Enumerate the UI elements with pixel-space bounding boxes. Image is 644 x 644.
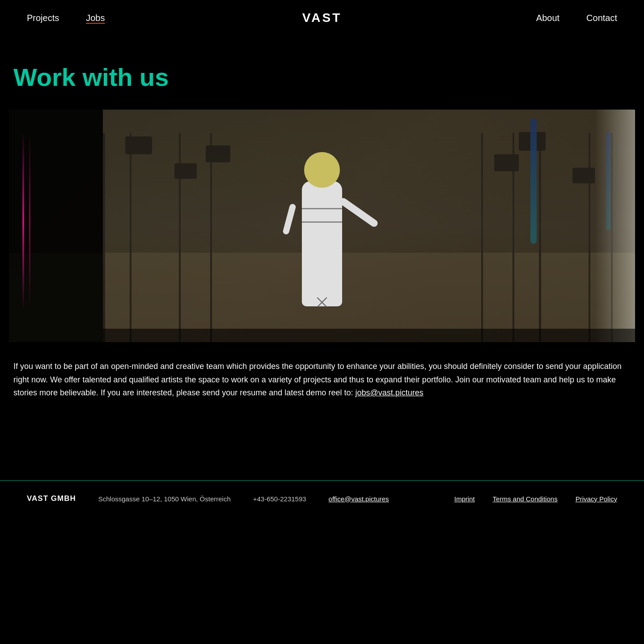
site-footer: VAST GMBH Schlossgasse 10–12, 1050 Wien,… [0, 480, 644, 517]
email-link[interactable]: jobs@vast.pictures [355, 388, 423, 397]
footer-phone: +43-650-2231593 [253, 495, 306, 503]
studio-image [9, 110, 635, 342]
nav-projects[interactable]: Projects [27, 13, 59, 23]
page-title: Work with us [9, 63, 635, 92]
right-nav: About Contact [536, 13, 617, 23]
main-content: Work with us [0, 63, 644, 400]
footer-email-link[interactable]: office@vast.pictures [329, 495, 389, 503]
left-nav: Projects Jobs [27, 13, 105, 23]
page-description: If you want to be part of an open-minded… [9, 360, 635, 400]
footer-terms-link[interactable]: Terms and Conditions [493, 495, 558, 503]
nav-about[interactable]: About [536, 13, 559, 23]
footer-address: Schlossgasse 10–12, 1050 Wien, Österreic… [98, 495, 231, 503]
footer-privacy-link[interactable]: Privacy Policy [576, 495, 617, 503]
footer-links: Imprint Terms and Conditions Privacy Pol… [454, 495, 617, 503]
footer-brand: VAST GMBH [27, 494, 76, 503]
nav-jobs[interactable]: Jobs [86, 13, 105, 23]
nav-contact[interactable]: Contact [586, 13, 617, 23]
site-logo[interactable]: VAST [302, 11, 342, 25]
site-header: Projects Jobs VAST About Contact [0, 0, 644, 36]
footer-info: VAST GMBH Schlossgasse 10–12, 1050 Wien,… [27, 494, 389, 503]
footer-imprint-link[interactable]: Imprint [454, 495, 475, 503]
